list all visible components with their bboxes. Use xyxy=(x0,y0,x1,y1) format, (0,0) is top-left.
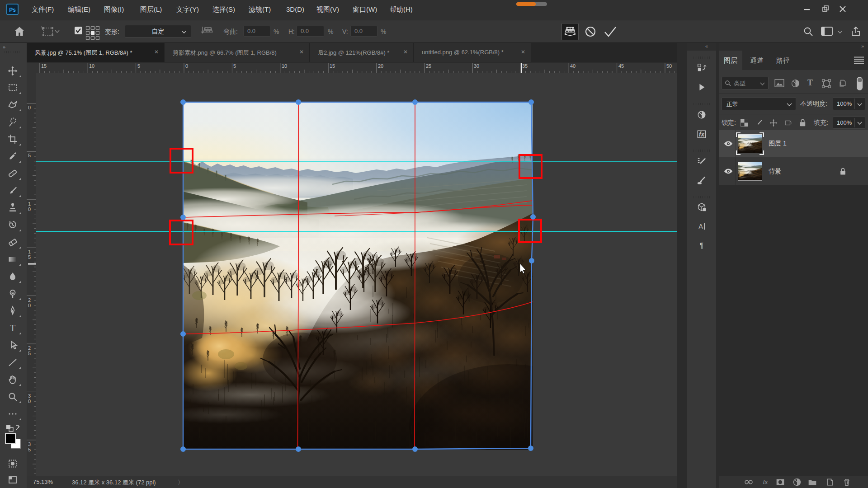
svg-text:T: T xyxy=(10,323,15,333)
svg-text:2: 2 xyxy=(28,345,31,351)
svg-text:0: 0 xyxy=(28,303,31,308)
svg-text:3: 3 xyxy=(28,393,31,399)
svg-text:15: 15 xyxy=(330,63,335,69)
svg-text:0: 0 xyxy=(28,399,31,404)
svg-text:Ps: Ps xyxy=(9,7,16,13)
svg-text:0: 0 xyxy=(28,105,31,110)
svg-text:1: 1 xyxy=(28,201,31,206)
svg-text:5: 5 xyxy=(28,153,31,158)
svg-text:5: 5 xyxy=(28,447,31,452)
svg-text:A: A xyxy=(698,223,703,230)
svg-text:20: 20 xyxy=(378,63,383,69)
svg-text:45: 45 xyxy=(618,63,624,69)
svg-text:40: 40 xyxy=(570,63,576,69)
svg-text:¶: ¶ xyxy=(700,242,703,249)
svg-text:fx: fx xyxy=(763,479,769,485)
svg-text:50: 50 xyxy=(666,63,672,69)
svg-text:15: 15 xyxy=(41,63,47,69)
svg-text:0: 0 xyxy=(28,206,31,212)
svg-text:5: 5 xyxy=(28,351,31,356)
svg-text:0: 0 xyxy=(185,63,188,69)
svg-text:1: 1 xyxy=(28,249,31,254)
svg-text:30: 30 xyxy=(474,63,479,69)
svg-text:10: 10 xyxy=(89,63,94,69)
svg-text:3: 3 xyxy=(28,441,31,447)
svg-text:5: 5 xyxy=(28,254,31,260)
svg-text:25: 25 xyxy=(426,63,431,69)
svg-text:fx: fx xyxy=(699,131,705,138)
svg-text:2: 2 xyxy=(28,297,31,303)
svg-text:35: 35 xyxy=(522,63,528,69)
svg-text:5: 5 xyxy=(137,63,140,69)
svg-text:10: 10 xyxy=(282,63,287,69)
svg-text:5: 5 xyxy=(233,63,236,69)
